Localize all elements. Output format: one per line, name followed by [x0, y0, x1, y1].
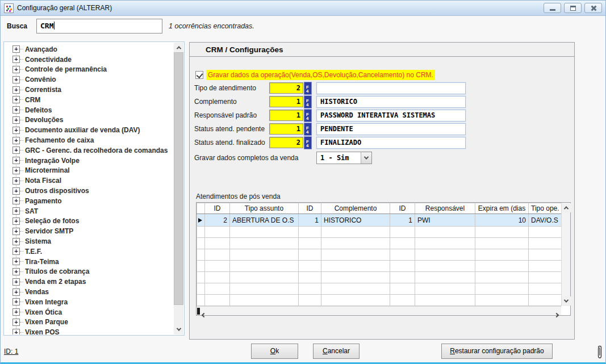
tree-item[interactable]: +Nota Fiscal — [5, 175, 173, 186]
expand-plus-icon[interactable]: + — [12, 56, 20, 63]
f4-lookup-button[interactable]: F4 — [304, 82, 312, 95]
tree-item[interactable]: +Controle de permanência — [5, 65, 173, 75]
table-vertical-scrollbar[interactable] — [561, 203, 570, 306]
col-header[interactable]: Responsável — [415, 203, 475, 214]
expand-plus-icon[interactable]: + — [12, 248, 20, 255]
expand-plus-icon[interactable]: + — [12, 45, 20, 53]
expand-plus-icon[interactable]: + — [12, 258, 20, 265]
f4-lookup-button[interactable]: F4 — [304, 123, 312, 136]
cell[interactable]: DAV/O.S — [529, 214, 562, 227]
field-value-input[interactable]: PASSWORD INTERATIVA SISTEMAS — [316, 110, 466, 122]
scrollbar-thumb[interactable] — [174, 52, 183, 305]
gravar-dados-completos-select[interactable]: 1 - Sim — [316, 152, 372, 164]
expand-plus-icon[interactable]: + — [12, 238, 20, 245]
f4-lookup-button[interactable]: F4 — [304, 136, 312, 149]
tree-item[interactable]: +Vixen POS — [5, 327, 173, 334]
expand-plus-icon[interactable]: + — [12, 217, 20, 225]
gravar-dados-checkbox-row[interactable]: Gravar dados da operação(Venda,OS,Devolu… — [195, 70, 435, 80]
expand-plus-icon[interactable]: + — [12, 147, 20, 154]
tree-item[interactable]: +Venda em 2 etapas — [5, 277, 173, 287]
restore-defaults-button[interactable]: Restaurar configuração padrão — [441, 344, 553, 359]
f4-lookup-button[interactable]: F4 — [304, 109, 312, 122]
tree-item[interactable]: +T.E.F. — [5, 246, 173, 257]
field-value-input[interactable]: FINALIZADO — [316, 137, 466, 149]
expand-plus-icon[interactable]: + — [12, 66, 20, 73]
tree-item[interactable]: +Vixen Parque — [5, 317, 173, 328]
expand-plus-icon[interactable]: + — [12, 197, 20, 204]
expand-plus-icon[interactable]: + — [12, 76, 20, 83]
expand-plus-icon[interactable]: + — [12, 308, 20, 316]
tree-item[interactable]: +Sistema — [5, 236, 173, 246]
tree-item[interactable]: +Microterminal — [5, 166, 173, 176]
col-header[interactable]: Complemento — [321, 203, 390, 214]
tree-item[interactable]: +Fechamento de caixa — [5, 135, 173, 145]
expand-plus-icon[interactable]: + — [12, 157, 20, 164]
table-horizontal-scrollbar[interactable] — [197, 306, 561, 315]
ok-button[interactable]: Ok — [251, 344, 298, 359]
tree-item[interactable]: +CRM — [5, 95, 173, 105]
cell[interactable]: 1 — [390, 214, 415, 227]
table-row-selected[interactable]: 2 ABERTURA DE O.S 1 HISTORICO 1 PWI 10 D… — [197, 214, 562, 227]
dropdown-arrow-button[interactable] — [361, 152, 371, 164]
cell[interactable]: 2 — [205, 214, 230, 227]
tree-item[interactable]: +Outros dispositivos — [5, 186, 173, 196]
col-header[interactable]: Expira em (dias — [475, 203, 529, 214]
scroll-up-button[interactable] — [174, 43, 183, 52]
expand-plus-icon[interactable]: + — [12, 106, 20, 114]
tree-item[interactable]: +Convênio — [5, 74, 173, 85]
cell[interactable]: PWI — [415, 214, 475, 227]
field-value-input[interactable]: HISTORICO — [316, 96, 466, 108]
search-input[interactable]: CRM — [36, 19, 162, 34]
cell[interactable]: ABERTURA DE O.S — [230, 214, 299, 227]
checkbox-checked-icon[interactable] — [195, 71, 203, 79]
maximize-button[interactable] — [564, 3, 582, 13]
tree-item[interactable]: +Servidor SMTP — [5, 226, 173, 236]
expand-plus-icon[interactable]: + — [12, 187, 20, 195]
col-header[interactable]: Tipo assunto — [230, 203, 299, 214]
col-header[interactable]: ID — [299, 203, 321, 214]
expand-plus-icon[interactable]: + — [12, 207, 20, 215]
tree-item[interactable]: +Vixen Ótica — [5, 307, 173, 317]
scrollbar-thumb[interactable] — [197, 308, 200, 315]
tree-item[interactable]: +Vendas — [5, 287, 173, 297]
cell[interactable]: 1 — [299, 214, 321, 227]
cancel-button[interactable]: Cancelar — [313, 344, 360, 359]
expand-plus-icon[interactable]: + — [12, 268, 20, 275]
tree-item[interactable]: +Tira-Teima — [5, 257, 173, 267]
field-value-input[interactable]: PENDENTE — [316, 123, 466, 135]
field-code-input[interactable]: 2 — [269, 82, 303, 94]
field-code-input[interactable]: 2 — [269, 137, 303, 148]
field-code-input[interactable]: 1 — [269, 110, 303, 121]
tree-item[interactable]: +Documento auxiliar de venda (DAV) — [5, 125, 173, 135]
cell[interactable]: 10 — [475, 214, 529, 227]
expand-plus-icon[interactable]: + — [12, 137, 20, 144]
tree-item[interactable]: +Avançado — [5, 44, 173, 55]
expand-plus-icon[interactable]: + — [12, 288, 20, 296]
field-code-input[interactable]: 1 — [269, 123, 303, 135]
tree-item[interactable]: +Pagamento — [5, 196, 173, 206]
scroll-left-button[interactable] — [202, 309, 206, 319]
expand-plus-icon[interactable]: + — [12, 167, 20, 174]
expand-plus-icon[interactable]: + — [12, 298, 20, 306]
tree-scrollbar[interactable] — [174, 43, 183, 334]
field-code-input[interactable]: 1 — [269, 96, 303, 107]
col-header[interactable]: ID — [205, 203, 230, 214]
col-header[interactable]: Tipo ope. — [529, 203, 562, 214]
expand-plus-icon[interactable]: + — [12, 177, 20, 185]
field-value-input[interactable] — [316, 82, 466, 94]
expand-plus-icon[interactable]: + — [12, 228, 20, 235]
minimize-button[interactable] — [544, 3, 561, 13]
tree-item[interactable]: +Vixen Integra — [5, 297, 173, 307]
scroll-up-button[interactable] — [562, 203, 571, 212]
tree-item[interactable]: +Integração Volpe — [5, 156, 173, 166]
tree-item[interactable]: +SAT — [5, 206, 173, 216]
f4-lookup-button[interactable]: F4 — [304, 95, 312, 108]
col-header[interactable]: ID — [390, 203, 415, 214]
expand-plus-icon[interactable]: + — [12, 116, 20, 124]
scroll-right-button[interactable] — [555, 309, 558, 319]
expand-plus-icon[interactable]: + — [12, 329, 20, 334]
scroll-down-button[interactable] — [174, 325, 183, 334]
scroll-down-button[interactable] — [562, 296, 571, 306]
cell[interactable]: HISTORICO — [321, 214, 390, 227]
tree-item[interactable]: +Títulos de cobrança — [5, 267, 173, 277]
